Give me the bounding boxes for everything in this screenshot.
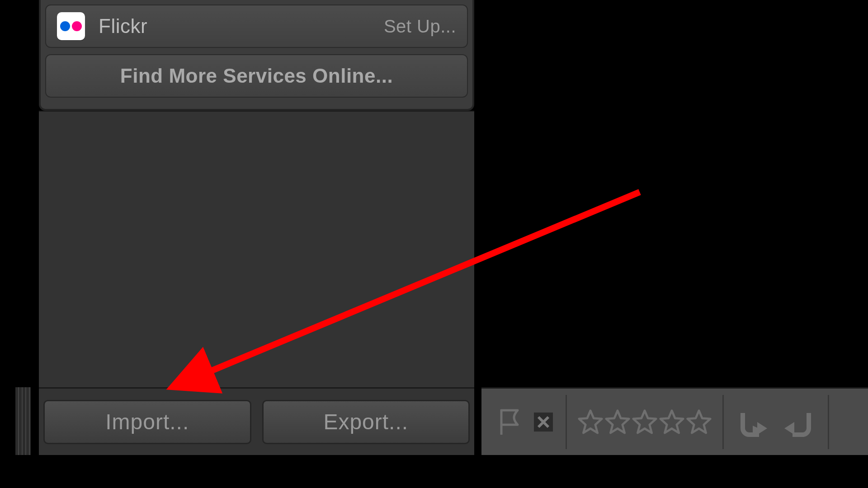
toolbar-divider bbox=[566, 395, 567, 449]
export-button-label: Export... bbox=[323, 409, 408, 434]
export-button[interactable]: Export... bbox=[262, 400, 470, 444]
find-more-services-label: Find More Services Online... bbox=[120, 65, 393, 87]
rotate-ccw-icon[interactable] bbox=[734, 404, 770, 440]
panel-resize-grip[interactable] bbox=[15, 387, 31, 455]
star-icon[interactable] bbox=[658, 408, 685, 436]
star-icon[interactable] bbox=[631, 408, 658, 436]
import-export-bar: Import... Export... bbox=[39, 387, 474, 455]
rating-stars[interactable] bbox=[577, 408, 712, 436]
service-name-label: Flickr bbox=[99, 15, 147, 38]
toolbar-divider bbox=[722, 395, 724, 449]
star-icon[interactable] bbox=[685, 408, 712, 436]
publish-service-flickr[interactable]: Flickr Set Up... bbox=[45, 5, 468, 48]
publish-services-panel: Flickr Set Up... Find More Services Onli… bbox=[39, 0, 474, 111]
flag-reject-icon[interactable] bbox=[531, 410, 556, 434]
star-icon[interactable] bbox=[577, 408, 604, 436]
rotate-cw-icon[interactable] bbox=[782, 404, 818, 440]
flag-pick-icon[interactable] bbox=[498, 408, 522, 436]
import-button[interactable]: Import... bbox=[43, 400, 251, 444]
left-panel-filler bbox=[39, 111, 474, 387]
import-button-label: Import... bbox=[105, 409, 189, 434]
star-icon[interactable] bbox=[604, 408, 631, 436]
service-setup-link[interactable]: Set Up... bbox=[384, 16, 456, 37]
flickr-icon bbox=[57, 12, 85, 40]
filmstrip-toolbar bbox=[481, 387, 868, 455]
find-more-services-button[interactable]: Find More Services Online... bbox=[45, 54, 468, 98]
toolbar-divider bbox=[828, 395, 829, 449]
